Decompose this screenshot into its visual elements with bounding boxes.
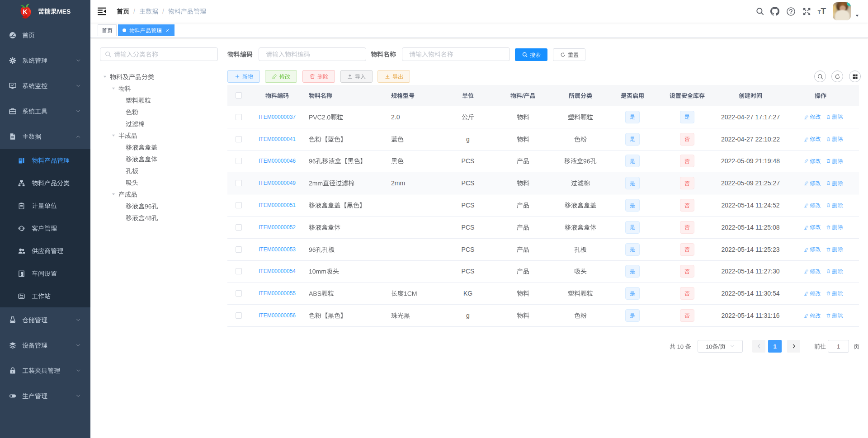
svg-text:K: K — [23, 8, 28, 15]
